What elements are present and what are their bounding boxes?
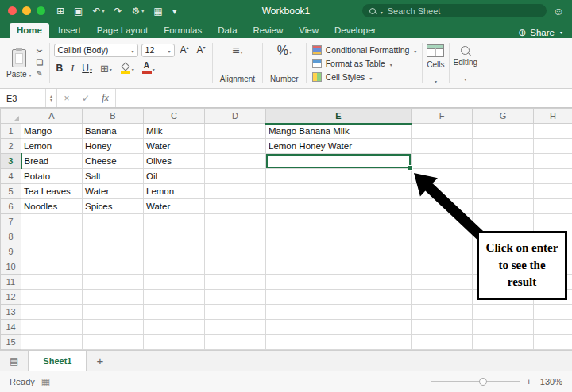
cell-F9[interactable] bbox=[412, 244, 473, 259]
number-format-button[interactable]: % bbox=[275, 44, 294, 58]
cell-E4[interactable] bbox=[266, 169, 412, 184]
cell-D1[interactable] bbox=[205, 124, 266, 139]
cell-D11[interactable] bbox=[205, 275, 266, 290]
row-header-10[interactable]: 10 bbox=[1, 259, 21, 275]
bold-button[interactable]: B bbox=[54, 61, 66, 75]
cell-C15[interactable] bbox=[144, 335, 205, 350]
cell-D5[interactable] bbox=[205, 184, 266, 199]
cell-C2[interactable]: Water bbox=[144, 139, 205, 154]
tab-review[interactable]: Review bbox=[246, 23, 291, 38]
row-header-3[interactable]: 3 bbox=[1, 154, 21, 169]
cell-F13[interactable] bbox=[412, 305, 473, 320]
cell-C3[interactable]: Olives bbox=[144, 154, 205, 169]
cell-C5[interactable]: Lemon bbox=[144, 184, 205, 199]
cell-A9[interactable] bbox=[21, 244, 83, 259]
settings-gear-icon[interactable]: ⚙ bbox=[132, 6, 145, 16]
cell-D4[interactable] bbox=[205, 169, 266, 184]
row-header-7[interactable]: 7 bbox=[1, 214, 21, 229]
format-as-table-button[interactable]: Format as Table bbox=[312, 56, 392, 70]
cell-B4[interactable]: Salt bbox=[83, 169, 144, 184]
cell-D13[interactable] bbox=[205, 305, 266, 320]
row-header-11[interactable]: 11 bbox=[1, 275, 21, 290]
conditional-formatting-button[interactable]: Conditional Formatting bbox=[312, 43, 417, 56]
status-sheet-icon[interactable]: ▦ bbox=[41, 376, 50, 387]
tab-view[interactable]: View bbox=[292, 23, 326, 38]
add-sheet-button[interactable]: + bbox=[87, 351, 113, 371]
cancel-entry-button[interactable]: × bbox=[57, 89, 76, 107]
toolbar-options-icon[interactable]: ▾ bbox=[172, 6, 177, 16]
cell-C13[interactable] bbox=[144, 305, 205, 320]
alignment-button[interactable]: ≡ bbox=[230, 44, 245, 58]
cell-C8[interactable] bbox=[144, 229, 205, 244]
cell-B5[interactable]: Water bbox=[83, 184, 144, 199]
row-header-5[interactable]: 5 bbox=[1, 184, 21, 199]
column-header-A[interactable]: A bbox=[21, 109, 83, 124]
cell-D15[interactable] bbox=[205, 335, 266, 350]
fill-color-button[interactable] bbox=[118, 61, 137, 75]
font-size-select[interactable]: 12 bbox=[141, 44, 175, 57]
zoom-window-button[interactable] bbox=[37, 6, 45, 15]
zoom-level[interactable]: 130% bbox=[539, 377, 562, 386]
column-header-B[interactable]: B bbox=[83, 109, 144, 124]
cell-B8[interactable] bbox=[83, 229, 144, 244]
row-header-12[interactable]: 12 bbox=[1, 290, 21, 305]
decrease-font-size-button[interactable]: A bbox=[195, 43, 208, 57]
row-header-14[interactable]: 14 bbox=[1, 320, 21, 335]
cell-H1[interactable] bbox=[534, 124, 572, 139]
cell-D14[interactable] bbox=[205, 320, 266, 335]
cell-H6[interactable] bbox=[534, 199, 572, 214]
cell-D8[interactable] bbox=[205, 229, 266, 244]
cell-B10[interactable] bbox=[83, 259, 144, 275]
undo-icon[interactable]: ↶ bbox=[92, 6, 104, 16]
confirm-entry-button[interactable]: ✓ bbox=[76, 89, 95, 107]
cell-D10[interactable] bbox=[205, 259, 266, 275]
cell-C10[interactable] bbox=[144, 259, 205, 275]
cell-H3[interactable] bbox=[534, 154, 572, 169]
cell-A11[interactable] bbox=[21, 275, 83, 290]
cell-A10[interactable] bbox=[21, 259, 83, 275]
paste-button[interactable]: Paste bbox=[6, 49, 32, 79]
cell-F3[interactable] bbox=[412, 154, 473, 169]
cell-A14[interactable] bbox=[21, 320, 83, 335]
cell-A8[interactable] bbox=[21, 229, 83, 244]
cell-C12[interactable] bbox=[144, 290, 205, 305]
tab-data[interactable]: Data bbox=[211, 23, 244, 38]
cell-E1[interactable]: Mango Banana Milk bbox=[266, 124, 412, 139]
share-button[interactable]: ⊕ Share bbox=[518, 27, 562, 38]
cell-E2[interactable]: Lemon Honey Water bbox=[266, 139, 412, 154]
tab-insert[interactable]: Insert bbox=[51, 23, 88, 38]
cell-H13[interactable] bbox=[534, 305, 572, 320]
cell-A2[interactable]: Lemon bbox=[21, 139, 83, 154]
row-header-2[interactable]: 2 bbox=[1, 139, 21, 154]
cell-B3[interactable]: Cheese bbox=[83, 154, 144, 169]
cells-icon[interactable] bbox=[427, 44, 444, 57]
cell-B1[interactable]: Banana bbox=[83, 124, 144, 139]
column-header-F[interactable]: F bbox=[412, 109, 473, 124]
table-icon[interactable]: ▦ bbox=[153, 6, 162, 16]
cell-B12[interactable] bbox=[83, 290, 144, 305]
cell-B11[interactable] bbox=[83, 275, 144, 290]
cell-E8[interactable] bbox=[266, 229, 412, 244]
cell-H4[interactable] bbox=[534, 169, 572, 184]
row-header-8[interactable]: 8 bbox=[1, 229, 21, 244]
cell-B9[interactable] bbox=[83, 244, 144, 259]
font-color-button[interactable] bbox=[140, 61, 157, 75]
cell-C14[interactable] bbox=[144, 320, 205, 335]
cell-A15[interactable] bbox=[21, 335, 83, 350]
cell-E12[interactable] bbox=[266, 290, 412, 305]
italic-button[interactable]: I bbox=[68, 61, 76, 75]
formula-input[interactable] bbox=[116, 89, 572, 107]
search-input[interactable]: Search Sheet bbox=[362, 4, 547, 17]
cell-G1[interactable] bbox=[473, 124, 534, 139]
cell-G13[interactable] bbox=[473, 305, 534, 320]
column-header-D[interactable]: D bbox=[205, 109, 266, 124]
cell-E6[interactable] bbox=[266, 199, 412, 214]
font-name-select[interactable]: Calibri (Body) bbox=[54, 44, 138, 57]
format-painter-icon[interactable]: ✎ bbox=[37, 68, 44, 79]
cell-A13[interactable] bbox=[21, 305, 83, 320]
save-icon[interactable]: ▣ bbox=[74, 6, 83, 16]
column-header-G[interactable]: G bbox=[473, 109, 534, 124]
increase-font-size-button[interactable]: A bbox=[178, 43, 191, 57]
zoom-in-button[interactable]: + bbox=[527, 377, 531, 386]
feedback-smiley-icon[interactable]: ☺ bbox=[553, 5, 564, 17]
